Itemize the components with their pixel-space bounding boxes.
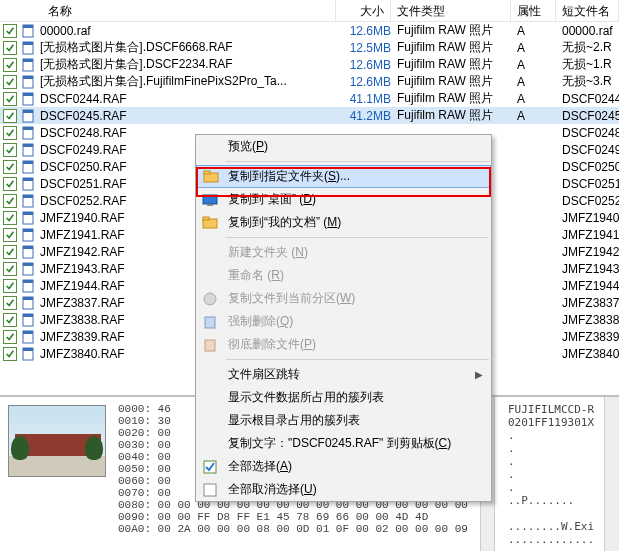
ctx-force-del: 强制删除(Q) [196, 310, 491, 333]
file-shortname: 无损~3.R [556, 73, 619, 90]
row-checkbox[interactable] [3, 75, 17, 89]
row-checkbox[interactable] [3, 143, 17, 157]
table-row[interactable]: DSCF0244.RAF41.1MBFujifilm RAW 照片ADSCF02… [0, 90, 619, 107]
file-shortname: JMFZ3840 [556, 347, 619, 361]
table-row[interactable]: [无损格式图片集合].DSCF6668.RAF12.5MBFujifilm RA… [0, 39, 619, 56]
file-shortname: JMFZ1941 [556, 228, 619, 242]
svg-rect-31 [23, 280, 33, 283]
file-shortname: JMFZ1940 [556, 211, 619, 225]
checkbox-icon [201, 458, 219, 476]
file-icon [20, 57, 36, 73]
row-checkbox[interactable] [3, 228, 17, 242]
svg-rect-33 [23, 297, 33, 300]
file-icon [20, 40, 36, 56]
table-row[interactable]: DSCF0245.RAF41.2MBFujifilm RAW 照片ADSCF02… [0, 107, 619, 124]
row-checkbox[interactable] [3, 24, 17, 38]
col-short[interactable]: 短文件名 [556, 0, 619, 21]
ctx-copy-desktop[interactable]: 复制到“桌面” (D) [196, 188, 491, 211]
file-type: Fujifilm RAW 照片 [391, 90, 511, 107]
file-icon [20, 227, 36, 243]
svg-point-46 [204, 293, 216, 305]
row-checkbox[interactable] [3, 279, 17, 293]
ctx-show-clusters[interactable]: 显示文件数据所占用的簇列表 [196, 386, 491, 409]
file-attr: A [511, 24, 556, 38]
file-icon [20, 74, 36, 90]
file-type: Fujifilm RAW 照片 [391, 22, 511, 39]
svg-rect-15 [23, 144, 33, 147]
row-checkbox[interactable] [3, 126, 17, 140]
ctx-copy-docs[interactable]: 复制到“我的文档” (M) [196, 211, 491, 234]
file-icon [20, 295, 36, 311]
col-size[interactable]: 大小 [336, 0, 391, 21]
row-checkbox[interactable] [3, 296, 17, 310]
svg-rect-27 [23, 246, 33, 249]
ctx-copy-to-folder[interactable]: 复制到指定文件夹(S)... [196, 165, 491, 188]
file-size: 12.5MB [336, 41, 391, 55]
file-shortname: JMFZ1943 [556, 262, 619, 276]
file-icon [20, 142, 36, 158]
row-checkbox[interactable] [3, 262, 17, 276]
svg-rect-43 [207, 204, 213, 206]
row-checkbox[interactable] [3, 347, 17, 361]
table-row[interactable]: [无损格式图片集合].DSCF2234.RAF12.6MBFujifilm RA… [0, 56, 619, 73]
svg-rect-41 [204, 171, 210, 174]
file-shortname: DSCF0251 [556, 177, 619, 191]
col-attr[interactable]: 属性 [511, 0, 556, 21]
svg-rect-45 [203, 217, 209, 220]
ctx-copy-cur-part: 复制文件到当前分区(W) [196, 287, 491, 310]
file-icon [20, 312, 36, 328]
file-icon [20, 91, 36, 107]
svg-rect-19 [23, 178, 33, 181]
table-header: 名称 大小 文件类型 属性 短文件名 [0, 0, 619, 22]
ctx-show-root-clusters[interactable]: 显示根目录占用的簇列表 [196, 409, 491, 432]
file-shortname: JMFZ3837 [556, 296, 619, 310]
row-checkbox[interactable] [3, 41, 17, 55]
col-name[interactable]: 名称 [0, 0, 336, 21]
svg-rect-50 [204, 484, 216, 496]
row-checkbox[interactable] [3, 245, 17, 259]
row-checkbox[interactable] [3, 109, 17, 123]
file-attr: A [511, 92, 556, 106]
file-icon [20, 278, 36, 294]
row-checkbox[interactable] [3, 330, 17, 344]
table-row[interactable]: 00000.raf12.6MBFujifilm RAW 照片A00000.raf [0, 22, 619, 39]
file-shortname: DSCF0252 [556, 194, 619, 208]
folder-icon [202, 168, 220, 186]
shred-icon [201, 336, 219, 354]
row-checkbox[interactable] [3, 194, 17, 208]
row-checkbox[interactable] [3, 211, 17, 225]
file-shortname: DSCF0244 [556, 92, 619, 106]
ctx-sector-jump[interactable]: 文件扇区跳转▶ [196, 363, 491, 386]
row-checkbox[interactable] [3, 58, 17, 72]
svg-rect-35 [23, 314, 33, 317]
svg-rect-13 [23, 127, 33, 130]
row-checkbox[interactable] [3, 92, 17, 106]
svg-rect-48 [205, 340, 215, 351]
file-icon [20, 176, 36, 192]
row-checkbox[interactable] [3, 177, 17, 191]
ctx-copy-text[interactable]: 复制文字："DSCF0245.RAF" 到剪贴板(C) [196, 432, 491, 455]
file-icon [20, 329, 36, 345]
svg-rect-42 [203, 195, 217, 204]
ctx-deselect-all[interactable]: 全部取消选择(U) [196, 478, 491, 501]
row-checkbox[interactable] [3, 313, 17, 327]
file-shortname: 无损~1.R [556, 56, 619, 73]
row-checkbox[interactable] [3, 160, 17, 174]
file-icon [20, 23, 36, 39]
delete-icon [201, 313, 219, 331]
file-shortname: 无损~2.R [556, 39, 619, 56]
table-row[interactable]: [无损格式图片集合].FujifilmFinePixS2Pro_Ta...12.… [0, 73, 619, 90]
file-icon [20, 193, 36, 209]
scrollbar[interactable] [604, 397, 619, 551]
file-attr: A [511, 58, 556, 72]
file-type: Fujifilm RAW 照片 [391, 73, 511, 90]
svg-rect-5 [23, 59, 33, 62]
ctx-preview[interactable]: 预览(P) [196, 135, 491, 158]
col-type[interactable]: 文件类型 [391, 0, 511, 21]
svg-rect-3 [23, 42, 33, 45]
svg-rect-23 [23, 212, 33, 215]
file-attr: A [511, 41, 556, 55]
thumbnail[interactable] [8, 405, 106, 477]
file-icon [20, 159, 36, 175]
ctx-select-all[interactable]: 全部选择(A) [196, 455, 491, 478]
